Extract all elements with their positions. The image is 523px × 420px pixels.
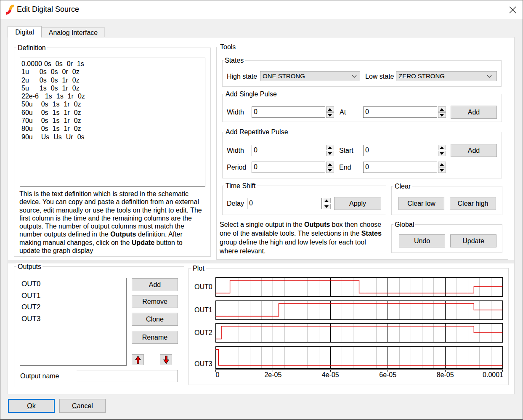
svg-text:0.0001: 0.0001 <box>483 371 503 378</box>
svg-text:4e-05: 4e-05 <box>322 371 339 378</box>
svg-text:0: 0 <box>216 371 220 378</box>
svg-text:8e-05: 8e-05 <box>437 371 454 378</box>
svg-text:6e-05: 6e-05 <box>379 371 396 378</box>
svg-text:2e-05: 2e-05 <box>264 371 281 378</box>
